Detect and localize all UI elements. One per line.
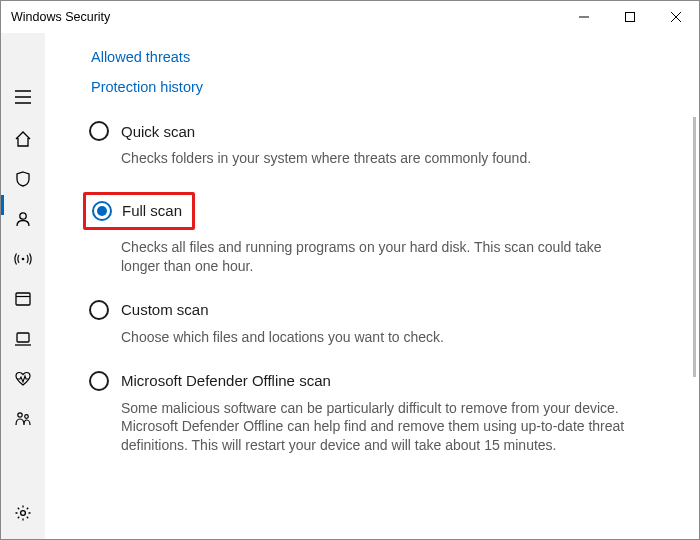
option-full-scan[interactable]: Full scan Checks all files and running p… (89, 192, 627, 276)
content-area: Allowed threats Protection history Quick… (45, 33, 699, 539)
highlight-full-scan: Full scan (83, 192, 195, 230)
wifi-icon[interactable] (1, 239, 45, 279)
nav-rail (1, 33, 45, 539)
radio-full-scan[interactable] (92, 201, 112, 221)
app-browser-icon[interactable] (1, 279, 45, 319)
hamburger-icon[interactable] (1, 75, 45, 119)
account-icon[interactable] (1, 199, 45, 239)
option-offline-scan[interactable]: Microsoft Defender Offline scan Some mal… (89, 371, 627, 456)
minimize-button[interactable] (561, 1, 607, 33)
close-button[interactable] (653, 1, 699, 33)
option-title: Quick scan (121, 123, 195, 140)
settings-icon[interactable] (1, 493, 45, 533)
radio-custom-scan[interactable] (89, 300, 109, 320)
family-icon[interactable] (1, 399, 45, 439)
svg-point-6 (25, 415, 29, 419)
svg-point-1 (20, 213, 26, 219)
maximize-button[interactable] (607, 1, 653, 33)
svg-point-5 (18, 413, 22, 417)
link-protection-history[interactable]: Protection history (91, 79, 675, 95)
option-title: Custom scan (121, 301, 209, 318)
device-icon[interactable] (1, 319, 45, 359)
svg-point-2 (22, 258, 25, 261)
option-quick-scan[interactable]: Quick scan Checks folders in your system… (89, 121, 627, 168)
shield-icon[interactable] (1, 159, 45, 199)
option-desc: Checks all files and running programs on… (121, 238, 627, 276)
link-allowed-threats[interactable]: Allowed threats (91, 49, 675, 65)
window-title: Windows Security (11, 10, 110, 24)
radio-offline-scan[interactable] (89, 371, 109, 391)
titlebar: Windows Security (1, 1, 699, 33)
svg-rect-0 (626, 13, 635, 22)
option-desc: Checks folders in your system where thre… (121, 149, 627, 168)
option-title: Microsoft Defender Offline scan (121, 372, 331, 389)
svg-rect-4 (17, 333, 29, 342)
option-custom-scan[interactable]: Custom scan Choose which files and locat… (89, 300, 627, 347)
nav-active-indicator (1, 195, 4, 215)
option-desc: Some malicious software can be particula… (121, 399, 627, 456)
svg-point-7 (21, 511, 26, 516)
radio-quick-scan[interactable] (89, 121, 109, 141)
option-title: Full scan (122, 202, 182, 219)
home-icon[interactable] (1, 119, 45, 159)
option-desc: Choose which files and locations you wan… (121, 328, 627, 347)
scrollbar[interactable] (693, 117, 696, 377)
health-icon[interactable] (1, 359, 45, 399)
svg-rect-3 (16, 293, 30, 305)
